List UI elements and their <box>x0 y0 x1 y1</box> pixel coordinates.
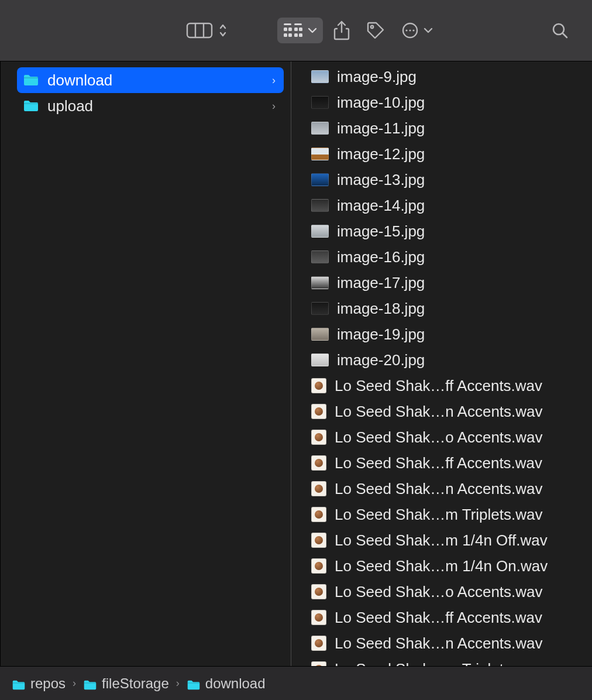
file-item[interactable]: image-17.jpg <box>291 270 592 296</box>
file-item[interactable]: image-15.jpg <box>291 218 592 244</box>
file-name: image-14.jpg <box>337 197 425 215</box>
chevron-down-icon <box>308 28 317 33</box>
path-segment-label: download <box>205 675 266 692</box>
svg-rect-9 <box>284 33 287 37</box>
search-icon <box>551 22 569 39</box>
folder-icon <box>23 99 39 112</box>
folder-icon <box>23 74 39 87</box>
audio-thumbnail <box>311 558 326 574</box>
folder-item-download[interactable]: download› <box>17 67 284 93</box>
path-segment[interactable]: fileStorage <box>83 675 169 692</box>
audio-thumbnail <box>311 378 326 393</box>
image-thumbnail <box>311 70 329 83</box>
image-thumbnail <box>311 225 329 238</box>
tags-button[interactable] <box>360 18 391 43</box>
file-item[interactable]: image-16.jpg <box>291 244 592 270</box>
path-segment[interactable]: download <box>187 675 266 692</box>
path-bar[interactable]: repos›fileStorage›download <box>0 666 592 700</box>
file-item[interactable]: image-10.jpg <box>291 90 592 115</box>
svg-rect-6 <box>294 23 302 25</box>
image-thumbnail <box>311 302 329 315</box>
file-name: image-17.jpg <box>337 274 425 292</box>
file-item[interactable]: Lo Seed Shak…m Triplets.wav <box>291 502 592 527</box>
file-name: Lo Seed Shak…n Accents.wav <box>335 403 543 421</box>
file-name: Lo Seed Shak…ff Accents.wav <box>335 454 542 472</box>
file-item[interactable]: image-19.jpg <box>291 321 592 347</box>
file-item[interactable]: image-14.jpg <box>291 193 592 218</box>
share-button[interactable] <box>328 18 356 43</box>
file-name: Lo Seed Shak…ff Accents.wav <box>335 377 542 395</box>
file-item[interactable]: image-12.jpg <box>291 141 592 167</box>
file-item[interactable]: Lo Seed Shak…n Accents.wav <box>291 399 592 424</box>
file-item[interactable]: Lo Seed Shak…o Accents.wav <box>291 579 592 605</box>
audio-thumbnail <box>311 584 326 599</box>
folder-column[interactable]: download›upload› <box>1 61 291 666</box>
more-actions-button[interactable] <box>395 18 439 43</box>
file-name: image-13.jpg <box>337 171 425 189</box>
file-item[interactable]: Lo Seed Shak…n Accents.wav <box>291 476 592 502</box>
file-name: Lo Seed Shak…n Accents.wav <box>335 634 543 653</box>
audio-thumbnail <box>311 507 326 522</box>
file-item[interactable]: Lo Seed Shak…n Accents.wav <box>291 630 592 656</box>
chevron-right-icon: › <box>272 100 276 112</box>
audio-thumbnail <box>311 481 326 496</box>
folder-label: download <box>47 71 264 90</box>
file-item[interactable]: image-18.jpg <box>291 296 592 321</box>
image-thumbnail <box>311 147 329 160</box>
file-item[interactable]: Lo Seed Shak…ff Accents.wav <box>291 373 592 399</box>
tag-icon <box>366 21 385 40</box>
svg-rect-0 <box>187 23 212 37</box>
file-name: Lo Seed Shak…n Accents.wav <box>335 480 543 498</box>
path-segment-label: fileStorage <box>102 675 169 692</box>
search-button[interactable] <box>545 18 574 43</box>
svg-point-14 <box>371 26 373 28</box>
file-item[interactable]: image-20.jpg <box>291 347 592 373</box>
folder-icon <box>83 678 97 689</box>
view-columns-button[interactable] <box>180 18 233 43</box>
ellipsis-circle-icon <box>401 22 419 39</box>
image-thumbnail <box>311 276 329 289</box>
folder-icon <box>12 678 26 689</box>
audio-thumbnail <box>311 661 326 666</box>
columns-icon <box>186 22 213 39</box>
audio-thumbnail <box>311 610 326 625</box>
svg-rect-12 <box>299 33 302 37</box>
image-thumbnail <box>311 251 329 263</box>
file-item[interactable]: Lo Seed Shak…o Accents.wav <box>291 424 592 450</box>
file-name: image-10.jpg <box>337 94 425 112</box>
file-name: image-9.jpg <box>337 68 417 86</box>
file-item[interactable]: Lo Seed Shak…m Triplets.wav <box>291 656 592 666</box>
file-name: Lo Seed Shak…m 1/4n On.wav <box>335 557 548 575</box>
file-item[interactable]: Lo Seed Shak…ff Accents.wav <box>291 605 592 630</box>
file-item[interactable]: Lo Seed Shak…ff Accents.wav <box>291 450 592 476</box>
file-column[interactable]: image-9.jpgimage-10.jpgimage-11.jpgimage… <box>291 61 592 666</box>
svg-rect-7 <box>294 28 298 31</box>
file-item[interactable]: image-13.jpg <box>291 167 592 193</box>
file-name: image-12.jpg <box>337 145 425 163</box>
folder-icon <box>187 678 201 689</box>
file-name: image-11.jpg <box>337 119 425 138</box>
folder-label: upload <box>47 97 264 115</box>
chevron-right-icon: › <box>272 74 276 87</box>
toolbar <box>0 0 592 61</box>
chevron-right-icon: › <box>176 677 180 689</box>
group-by-button[interactable] <box>277 18 323 43</box>
audio-thumbnail <box>311 455 326 471</box>
group-icon <box>283 22 303 39</box>
file-item[interactable]: image-9.jpg <box>291 64 592 90</box>
svg-rect-3 <box>284 23 291 25</box>
file-item[interactable]: image-11.jpg <box>291 115 592 141</box>
file-name: image-19.jpg <box>337 325 425 344</box>
svg-point-16 <box>405 29 407 31</box>
column-view: download›upload› image-9.jpgimage-10.jpg… <box>0 61 592 666</box>
file-item[interactable]: Lo Seed Shak…m 1/4n On.wav <box>291 553 592 579</box>
path-segment[interactable]: repos <box>12 675 66 692</box>
path-segment-label: repos <box>30 675 66 692</box>
file-item[interactable]: Lo Seed Shak…m 1/4n Off.wav <box>291 527 592 553</box>
image-thumbnail <box>311 328 329 341</box>
folder-item-upload[interactable]: upload› <box>17 93 284 119</box>
file-name: Lo Seed Shak…m 1/4n Off.wav <box>335 531 548 550</box>
svg-line-20 <box>563 33 567 37</box>
image-thumbnail <box>311 122 329 135</box>
chevron-right-icon: › <box>73 677 76 689</box>
